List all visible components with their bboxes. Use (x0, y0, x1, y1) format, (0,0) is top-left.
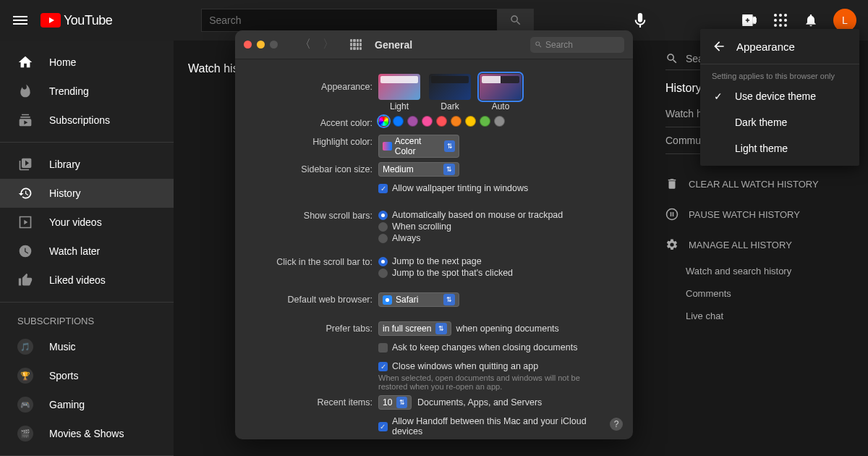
voice-search-button[interactable] (627, 7, 653, 33)
highlight-select[interactable]: Accent Color⇅ (378, 135, 459, 158)
search-input[interactable] (201, 9, 498, 32)
avatar-initial: L (842, 14, 848, 26)
pause-history-button[interactable]: PAUSE WATCH HISTORY (665, 199, 854, 229)
accent-pink[interactable] (422, 116, 433, 127)
back-arrow-icon[interactable] (712, 39, 726, 54)
accent-red[interactable] (436, 116, 447, 127)
browser-select[interactable]: Safari⇅ (378, 292, 459, 307)
svg-point-2 (774, 14, 777, 17)
sidebar-item-library[interactable]: Library (0, 150, 174, 179)
appearance-option-device[interactable]: ✓Use device theme (700, 83, 859, 109)
sub-link-comments[interactable]: Comments (665, 282, 854, 305)
recent-select[interactable]: 10⇅ (378, 395, 412, 410)
sidebar-item-subscriptions[interactable]: Subscriptions (0, 106, 174, 135)
youtube-logo-text: YouTube (64, 13, 112, 28)
appearance-option-dark[interactable]: Dark theme (700, 109, 859, 135)
help-button[interactable]: ? (610, 418, 623, 431)
accent-gray[interactable] (494, 116, 505, 127)
radio-icon (378, 222, 388, 232)
sidebar-item-home[interactable]: Home (0, 48, 174, 77)
tabs-select[interactable]: in full screen⇅ (378, 321, 451, 336)
select-value: in full screen (383, 324, 431, 334)
back-arrow-icon[interactable]: 〈 (299, 37, 311, 52)
option-label: Light theme (735, 143, 788, 154)
sub-link-live-chat[interactable]: Live chat (665, 305, 854, 327)
window-controls (244, 41, 278, 48)
wallpaper-tint-checkbox[interactable]: ✓Allow wallpaper tinting in windows (378, 183, 618, 193)
scroll-radio-always[interactable]: Always (378, 233, 618, 243)
tabs-label: Prefer tabs: (250, 321, 378, 336)
channel-icon: 🏆 (17, 368, 33, 384)
sub-link-watch-search[interactable]: Watch and search history (665, 260, 854, 282)
accent-multicolor[interactable] (378, 116, 389, 127)
close-windows-checkbox[interactable]: ✓Close windows when quitting an app (378, 361, 618, 371)
svg-point-7 (784, 19, 787, 22)
sidebar-item-label: History (49, 187, 81, 199)
sidebar-item-label: Liked videos (49, 274, 106, 286)
mac-preferences-window: 〈 〉 General Search Appearance: Light Dar… (235, 30, 633, 439)
close-button[interactable] (244, 41, 252, 48)
appearance-option-light[interactable]: Light theme (700, 135, 859, 161)
sidebar-item-liked-videos[interactable]: Liked videos (0, 266, 174, 295)
sidebar-item-history[interactable]: History (0, 179, 174, 208)
search-button[interactable] (498, 9, 534, 32)
sidebar-item-label: Trending (49, 85, 89, 97)
manage-history-button[interactable]: MANAGE ALL HISTORY (665, 229, 854, 260)
radio-label: Automatically based on mouse or trackpad (392, 210, 563, 220)
appearance-light-option[interactable]: Light (378, 74, 420, 111)
thumb-label: Dark (441, 101, 459, 111)
sidebar-item-music[interactable]: 🎵Music (0, 332, 174, 361)
appearance-dark-option[interactable]: Dark (429, 74, 471, 111)
scroll-radio-auto[interactable]: Automatically based on mouse or trackpad (378, 210, 618, 220)
accent-green[interactable] (480, 116, 490, 127)
svg-point-6 (779, 19, 782, 22)
scroll-radio-scrolling[interactable]: When scrolling (378, 221, 618, 232)
select-value: 10 (383, 397, 392, 408)
minimize-button[interactable] (257, 41, 265, 48)
menu-icon[interactable] (12, 12, 29, 29)
create-icon[interactable] (742, 12, 758, 28)
channel-icon: 🎮 (17, 397, 33, 413)
maximize-button[interactable] (270, 41, 278, 48)
appearance-popup-header: Appearance (700, 29, 859, 64)
scroll-click-radio-spot[interactable]: Jump to the spot that's clicked (378, 268, 618, 278)
accent-colors (378, 116, 618, 127)
sidebar-item-watch-later[interactable]: Watch later (0, 237, 174, 266)
ask-changes-checkbox[interactable]: Ask to keep changes when closing documen… (378, 342, 618, 352)
select-value: Medium (383, 164, 414, 174)
sidebar-icon-select[interactable]: Medium⇅ (378, 162, 459, 177)
sidebar-item-sports[interactable]: 🏆Sports (0, 361, 174, 390)
apps-icon[interactable] (773, 12, 788, 28)
prefs-search[interactable]: Search (530, 37, 624, 53)
svg-point-10 (784, 24, 787, 27)
checkbox-label: Allow Handoff between this Mac and your … (392, 416, 618, 436)
nav-arrows: 〈 〉 (299, 37, 334, 52)
forward-arrow-icon[interactable]: 〉 (323, 37, 334, 52)
pause-icon (665, 208, 678, 221)
accent-orange[interactable] (451, 116, 461, 127)
close-windows-note: When selected, open documents and window… (378, 373, 603, 391)
sidebar-item-trending[interactable]: Trending (0, 77, 174, 106)
radio-label: When scrolling (392, 221, 451, 232)
checkbox-label: Allow wallpaper tinting in windows (392, 183, 528, 193)
svg-point-5 (774, 19, 777, 22)
sidebar-item-gaming[interactable]: 🎮Gaming (0, 390, 174, 419)
clear-history-button[interactable]: CLEAR ALL WATCH HISTORY (665, 169, 854, 199)
search-icon (665, 52, 678, 65)
handoff-checkbox[interactable]: ✓Allow Handoff between this Mac and your… (378, 416, 618, 436)
checkbox-label: Close windows when quitting an app (392, 361, 538, 371)
youtube-logo[interactable]: YouTube (41, 13, 112, 28)
grid-icon[interactable] (350, 39, 362, 51)
notifications-icon[interactable] (803, 12, 819, 28)
accent-purple[interactable] (407, 116, 418, 127)
svg-point-4 (784, 14, 787, 17)
recent-suffix: Documents, Apps, and Servers (417, 397, 542, 408)
scroll-click-radio-page[interactable]: Jump to the next page (378, 256, 618, 266)
accent-yellow[interactable] (465, 116, 476, 127)
divider (0, 302, 174, 303)
accent-blue[interactable] (393, 116, 404, 127)
youtube-sidebar: Home Trending Subscriptions Library Hist… (0, 41, 174, 456)
sidebar-item-your-videos[interactable]: Your videos (0, 208, 174, 237)
appearance-auto-option[interactable]: Auto (480, 74, 522, 111)
sidebar-item-movies[interactable]: 🎬Movies & Shows (0, 419, 174, 448)
